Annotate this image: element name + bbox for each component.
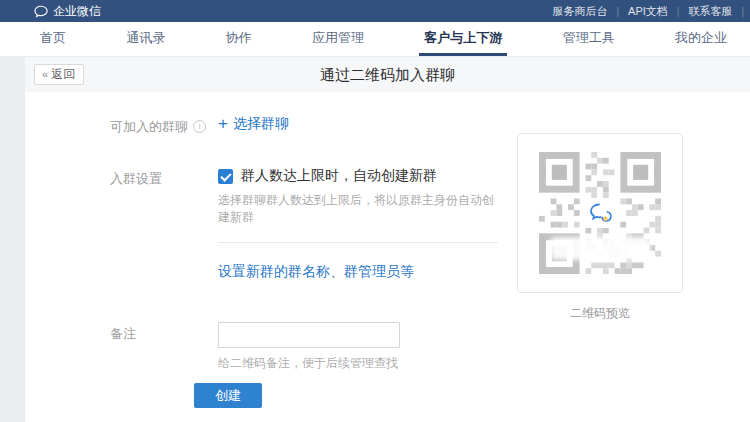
auto-create-checkbox-label: 群人数达上限时，自动创建新群: [241, 167, 437, 185]
qr-watermark-overlay: [554, 241, 646, 256]
tab-customers-upstream-downstream[interactable]: 客户与上下游: [419, 22, 507, 56]
qr-preview-card: [517, 133, 683, 293]
create-qr-form: 可加入的群聊 i + 选择群聊 入群设置 群人数达上限时，: [25, 115, 495, 408]
auto-create-helper-text: 选择群聊群人数达到上限后，将以原群主身份自动创建新群: [218, 192, 498, 226]
topbar: 企业微信 服务商后台 | API文档 | 联系客服 |: [0, 0, 750, 22]
tab-my-enterprise[interactable]: 我的企业: [670, 22, 732, 56]
wechat-work-logo-icon: [34, 5, 48, 18]
plus-icon: +: [218, 117, 228, 131]
main-nav: 首页 通讯录 协作 应用管理 客户与上下游 管理工具 我的企业: [0, 22, 750, 57]
joinable-group-row: 可加入的群聊 i + 选择群聊: [110, 115, 495, 136]
remark-label: 备注: [110, 325, 136, 343]
section-divider: [218, 242, 498, 243]
topbar-links: 服务商后台 | API文档 | 联系客服 |: [552, 4, 744, 19]
info-icon[interactable]: i: [193, 120, 206, 133]
tab-home[interactable]: 首页: [35, 22, 71, 56]
page-title: 通过二维码加入群聊: [25, 57, 750, 92]
divider: |: [741, 6, 744, 17]
qr-preview-panel: 二维码预览: [517, 133, 683, 322]
app-logo[interactable]: 企业微信: [34, 3, 101, 20]
tab-app-management[interactable]: 应用管理: [307, 22, 369, 56]
topbar-link-service-provider[interactable]: 服务商后台: [552, 4, 607, 19]
join-settings-label: 入群设置: [110, 170, 162, 188]
divider: |: [677, 6, 680, 17]
page-header: « 返回 通过二维码加入群聊: [25, 57, 750, 92]
remark-helper-text: 给二维码备注，便于后续管理查找: [218, 355, 495, 372]
divider: |: [616, 6, 619, 17]
topbar-link-api-docs[interactable]: API文档: [628, 4, 668, 19]
tab-management-tools[interactable]: 管理工具: [558, 22, 620, 56]
joinable-group-label: 可加入的群聊: [110, 118, 188, 136]
remark-row: 备注 给二维码备注，便于后续管理查找: [110, 322, 495, 372]
tab-collaboration[interactable]: 协作: [221, 22, 257, 56]
logo-text: 企业微信: [53, 3, 101, 20]
select-group-label: 选择群聊: [233, 115, 289, 133]
tab-contacts[interactable]: 通讯录: [121, 22, 170, 56]
join-settings-row: 入群设置 群人数达上限时，自动创建新群 选择群聊群人数达到上限后，将以原群主身份…: [110, 167, 495, 281]
page-background: « 返回 通过二维码加入群聊 可加入的群聊 i + 选择群聊: [0, 57, 750, 422]
auto-create-checkbox[interactable]: [218, 169, 233, 184]
auto-create-group-option[interactable]: 群人数达上限时，自动创建新群: [218, 167, 498, 185]
select-group-link[interactable]: + 选择群聊: [218, 115, 289, 133]
content-card: « 返回 通过二维码加入群聊 可加入的群聊 i + 选择群聊: [25, 57, 750, 422]
wechat-work-qr-logo-icon: [585, 198, 615, 228]
topbar-link-contact-support[interactable]: 联系客服: [688, 4, 732, 19]
remark-input[interactable]: [218, 322, 400, 348]
joinable-group-label-wrap: 可加入的群聊 i: [110, 115, 218, 136]
qr-preview-caption: 二维码预览: [517, 305, 683, 322]
new-group-settings-link[interactable]: 设置新群的群名称、群管理员等: [218, 263, 414, 281]
create-button[interactable]: 创建: [194, 383, 262, 408]
